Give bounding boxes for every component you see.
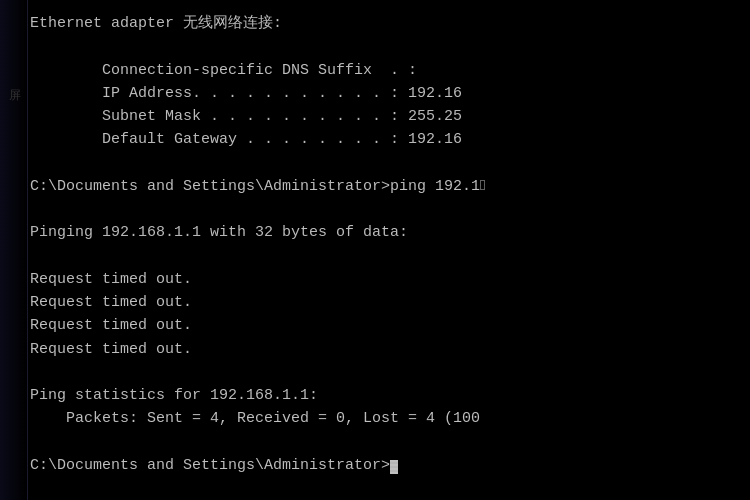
line-subnet: Subnet Mask . . . . . . . . . . : 255.25 — [30, 105, 740, 128]
line-timeout4: Request timed out. — [30, 338, 740, 361]
line-blank6 — [30, 431, 740, 454]
line-pinging: Pinging 192.168.1.1 with 32 bytes of dat… — [30, 221, 740, 244]
line-dns: Connection-specific DNS Suffix . : — [30, 59, 740, 82]
line-blank4 — [30, 245, 740, 268]
terminal-content: Ethernet adapter 无线网络连接: Connection-spec… — [0, 12, 750, 477]
line-header: Ethernet adapter 无线网络连接: — [30, 12, 740, 35]
line-ip: IP Address. . . . . . . . . . . : 192.16 — [30, 82, 740, 105]
line-gateway: Default Gateway . . . . . . . . : 192.16 — [30, 128, 740, 151]
line-prompt2: C:\Documents and Settings\Administrator> — [30, 454, 740, 477]
line-timeout1: Request timed out. — [30, 268, 740, 291]
left-bezel: 屏 — [0, 0, 28, 500]
line-stats-header: Ping statistics for 192.168.1.1: — [30, 384, 740, 407]
terminal-window: 屏 Ethernet adapter 无线网络连接: Connection-sp… — [0, 0, 750, 500]
line-timeout2: Request timed out. — [30, 291, 740, 314]
line-timeout3: Request timed out. — [30, 314, 740, 337]
line-blank1 — [30, 35, 740, 58]
line-blank5 — [30, 361, 740, 384]
line-blank3 — [30, 198, 740, 221]
line-prompt1: C:\Documents and Settings\Administrator>… — [30, 175, 740, 198]
line-stats-packets: Packets: Sent = 4, Received = 0, Lost = … — [30, 407, 740, 430]
line-blank2 — [30, 152, 740, 175]
left-bar-text: 屏 — [4, 80, 23, 82]
cursor — [390, 460, 398, 474]
